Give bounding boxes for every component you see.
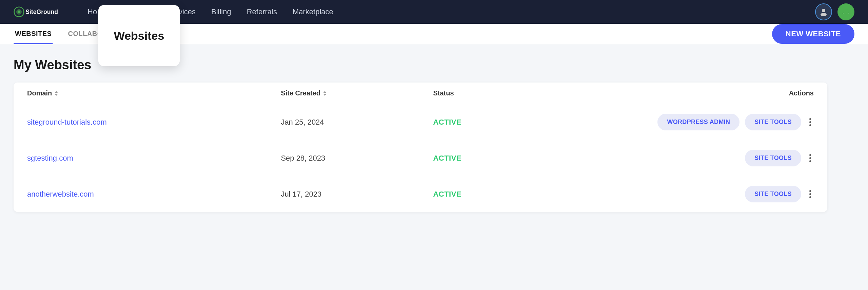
date-cell-1: Jan 25, 2024 — [281, 118, 433, 127]
nav-links: Ho... Websites Services Billing Referral… — [81, 5, 815, 19]
three-dots-icon-2 — [809, 154, 811, 162]
domain-cell-3: anotherwebsite.com — [27, 190, 281, 199]
site-tools-button-2[interactable]: SITE TOOLS — [745, 150, 801, 166]
th-domain: Domain — [27, 89, 281, 97]
nav-item-marketplace[interactable]: Marketplace — [287, 5, 339, 19]
nav-item-referrals[interactable]: Referrals — [241, 5, 283, 19]
tab-websites[interactable]: WEBSITES — [14, 24, 53, 44]
more-options-button-3[interactable] — [807, 189, 814, 199]
websites-table: Domain Site Created Status Actions — [14, 83, 827, 212]
avatar-green[interactable] — [837, 3, 854, 20]
svg-point-5 — [821, 13, 827, 16]
table-row: siteground-tutorials.com Jan 25, 2024 AC… — [14, 104, 827, 140]
wordpress-admin-button-1[interactable]: WORDPRESS ADMIN — [657, 114, 739, 130]
domain-link-2[interactable]: sgtesting.com — [27, 154, 73, 162]
nav-right — [815, 3, 854, 20]
websites-dropdown: Websites — [98, 5, 180, 66]
navbar: SiteGround Ho... Websites Services Billi… — [0, 0, 868, 24]
domain-cell-2: sgtesting.com — [27, 154, 281, 163]
table-row: anotherwebsite.com Jul 17, 2023 ACTIVE S… — [14, 176, 827, 212]
domain-cell-1: siteground-tutorials.com — [27, 118, 281, 127]
th-site-created: Site Created — [281, 89, 433, 97]
domain-sort-icon[interactable] — [55, 91, 58, 96]
three-dots-icon-1 — [809, 118, 811, 126]
table-row: sgtesting.com Sep 28, 2023 ACTIVE SITE T… — [14, 140, 827, 176]
status-cell-2: ACTIVE — [433, 154, 560, 163]
svg-point-2 — [18, 11, 20, 13]
avatar-account[interactable] — [815, 3, 832, 20]
actions-cell-2: SITE TOOLS — [560, 150, 814, 166]
date-cell-2: Sep 28, 2023 — [281, 154, 433, 163]
more-options-button-2[interactable] — [807, 153, 814, 163]
domain-link-3[interactable]: anotherwebsite.com — [27, 190, 94, 198]
status-cell-1: ACTIVE — [433, 118, 560, 127]
table-header: Domain Site Created Status Actions — [14, 83, 827, 104]
site-tools-button-3[interactable]: SITE TOOLS — [745, 186, 801, 202]
svg-text:SiteGround: SiteGround — [25, 8, 58, 15]
logo[interactable]: SiteGround — [14, 5, 68, 19]
svg-point-4 — [822, 9, 825, 12]
main-content: My Websites Domain Site Created Status — [0, 44, 841, 225]
th-status: Status — [433, 89, 560, 97]
status-cell-3: ACTIVE — [433, 190, 560, 199]
date-cell-3: Jul 17, 2023 — [281, 190, 433, 199]
domain-link-1[interactable]: siteground-tutorials.com — [27, 118, 107, 126]
more-options-button-1[interactable] — [807, 117, 814, 127]
three-dots-icon-3 — [809, 190, 811, 198]
actions-cell-3: SITE TOOLS — [560, 186, 814, 202]
actions-cell-1: WORDPRESS ADMIN SITE TOOLS — [560, 114, 814, 130]
site-created-sort-icon[interactable] — [323, 91, 327, 96]
websites-dropdown-label: Websites — [114, 29, 164, 42]
site-tools-button-1[interactable]: SITE TOOLS — [745, 114, 801, 130]
svg-point-6 — [843, 9, 849, 15]
new-website-button[interactable]: NEW WEBSITE — [772, 24, 854, 44]
nav-item-billing[interactable]: Billing — [205, 5, 237, 19]
th-actions: Actions — [560, 89, 814, 97]
